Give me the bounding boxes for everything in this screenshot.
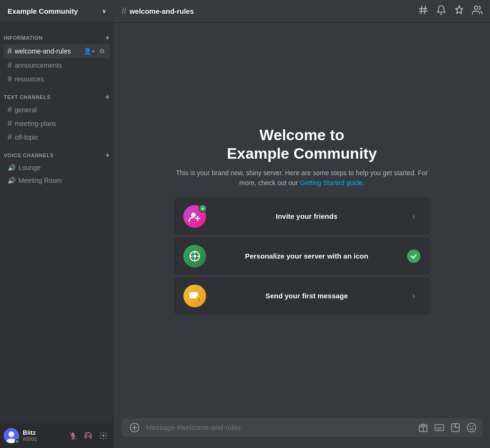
message-input-wrap: GIF bbox=[121, 418, 482, 437]
svg-point-15 bbox=[193, 255, 196, 258]
user-avatar-wrap bbox=[4, 428, 19, 443]
checklist-item-personalize[interactable]: Personalize your server with an icon bbox=[174, 237, 430, 275]
emoji-button[interactable] bbox=[466, 422, 477, 433]
speaker-icon: 🔊 bbox=[8, 164, 16, 171]
checklist-status-invite: › bbox=[407, 210, 420, 223]
hash-icon: # bbox=[8, 119, 12, 128]
welcome-title-line2: Example Community bbox=[174, 144, 430, 162]
channel-item-meeting-plans[interactable]: # meeting-plans bbox=[4, 117, 110, 130]
checklist-item-message[interactable]: :) Send your first message › bbox=[174, 277, 430, 315]
channel-item-off-topic[interactable]: # off-topic bbox=[4, 131, 110, 144]
category-add-voice-channels[interactable]: + bbox=[105, 152, 110, 159]
category-header-text-channels[interactable]: TEXT CHANNELS + bbox=[0, 93, 114, 103]
server-header[interactable]: Example Community ∨ bbox=[0, 0, 114, 23]
invite-icon: + bbox=[183, 205, 206, 228]
add-member-icon[interactable]: 👤+ bbox=[82, 46, 96, 56]
category-header-information[interactable]: INFORMATION + bbox=[0, 34, 114, 44]
checklist: + Invite your friends › bbox=[174, 197, 430, 315]
welcome-subtitle: This is your brand new, shiny server. He… bbox=[174, 168, 430, 188]
user-info: Biitz #0001 bbox=[23, 429, 66, 443]
gif-button[interactable]: GIF bbox=[434, 422, 445, 433]
channel-name-announcements: announcements bbox=[15, 62, 62, 69]
mute-button[interactable] bbox=[66, 429, 80, 442]
deafen-button[interactable] bbox=[82, 429, 95, 442]
message-input[interactable] bbox=[146, 418, 414, 437]
channel-item-lounge[interactable]: 🔊 Lounge bbox=[4, 161, 110, 174]
user-controls bbox=[66, 429, 110, 442]
checklist-label-invite: Invite your friends bbox=[214, 212, 399, 220]
channel-sidebar: Example Community ∨ INFORMATION + # welc… bbox=[0, 0, 114, 448]
checklist-status-personalize bbox=[407, 250, 420, 263]
sticker-button[interactable] bbox=[450, 422, 461, 433]
welcome-section: Welcome to Example Community This is you… bbox=[174, 126, 430, 315]
category-information: INFORMATION + # welcome-and-rules 👤+ ⚙ #… bbox=[0, 34, 114, 86]
welcome-title: Welcome to Example Community bbox=[174, 126, 430, 162]
category-label-information: INFORMATION bbox=[4, 35, 43, 41]
server-chevron-icon: ∨ bbox=[102, 8, 106, 15]
checklist-label-personalize: Personalize your server with an icon bbox=[214, 252, 399, 260]
server-name: Example Community bbox=[8, 7, 78, 15]
channel-list: INFORMATION + # welcome-and-rules 👤+ ⚙ #… bbox=[0, 23, 114, 423]
welcome-title-line1: Welcome to bbox=[174, 126, 430, 144]
svg-text::): :) bbox=[198, 297, 200, 301]
channel-header: # welcome-and-rules bbox=[114, 0, 490, 23]
message-input-area: GIF bbox=[114, 418, 490, 448]
checklist-item-invite[interactable]: + Invite your friends › bbox=[174, 197, 430, 235]
hash-icon: # bbox=[8, 106, 12, 114]
hash-icon: # bbox=[8, 75, 12, 83]
getting-started-link[interactable]: Getting Started guide. bbox=[300, 179, 364, 187]
user-settings-button[interactable] bbox=[97, 429, 110, 442]
svg-point-31 bbox=[454, 425, 455, 427]
user-status-dot bbox=[15, 439, 19, 444]
channel-name-meeting-plans: meeting-plans bbox=[15, 120, 56, 127]
svg-point-5 bbox=[102, 435, 105, 437]
category-add-information[interactable]: + bbox=[105, 34, 110, 42]
channel-name-resources: resources bbox=[15, 75, 44, 83]
svg-point-33 bbox=[470, 425, 471, 427]
notification-button[interactable] bbox=[436, 5, 446, 18]
channel-name-general: general bbox=[15, 106, 37, 114]
message-icon: :) bbox=[183, 285, 206, 307]
channel-item-general[interactable]: # general bbox=[4, 103, 110, 116]
category-label-voice-channels: VOICE CHANNELS bbox=[4, 152, 54, 158]
checklist-label-message: Send your first message bbox=[214, 292, 399, 300]
category-voice-channels: VOICE CHANNELS + 🔊 Lounge 🔊 Meeting Room bbox=[0, 152, 114, 187]
channel-item-resources[interactable]: # resources bbox=[4, 72, 110, 86]
channel-name-lounge: Lounge bbox=[18, 164, 41, 171]
category-add-text-channels[interactable]: + bbox=[105, 93, 110, 101]
channel-name-meeting-room: Meeting Room bbox=[18, 177, 62, 184]
svg-line-6 bbox=[421, 6, 422, 14]
svg-point-1 bbox=[9, 431, 14, 437]
hashtag-button[interactable] bbox=[418, 5, 428, 18]
chat-area: Welcome to Example Community This is you… bbox=[114, 23, 490, 418]
hash-icon: # bbox=[8, 47, 12, 55]
personalize-icon bbox=[183, 245, 206, 268]
message-tools: GIF bbox=[418, 422, 477, 433]
category-text-channels: TEXT CHANNELS + # general # meeting-plan… bbox=[0, 93, 114, 144]
main-content: # welcome-and-rules bbox=[114, 0, 490, 448]
category-label-text-channels: TEXT CHANNELS bbox=[4, 94, 51, 100]
channel-item-announcements[interactable]: # announcements bbox=[4, 59, 110, 72]
channel-item-welcome-and-rules[interactable]: # welcome-and-rules 👤+ ⚙ bbox=[4, 44, 110, 58]
svg-text:GIF: GIF bbox=[436, 426, 443, 430]
hash-icon: # bbox=[8, 133, 12, 142]
invite-badge: + bbox=[199, 204, 207, 213]
members-button[interactable] bbox=[472, 5, 482, 18]
channel-actions-welcome: 👤+ ⚙ bbox=[82, 46, 106, 56]
svg-point-34 bbox=[472, 425, 473, 427]
header-hash-icon: # bbox=[121, 6, 127, 17]
svg-point-11 bbox=[191, 213, 196, 217]
settings-icon[interactable]: ⚙ bbox=[98, 46, 106, 56]
channel-item-meeting-room[interactable]: 🔊 Meeting Room bbox=[4, 174, 110, 187]
gift-button[interactable] bbox=[418, 422, 428, 433]
header-actions bbox=[418, 5, 482, 18]
channel-header-name: # welcome-and-rules bbox=[121, 6, 194, 17]
svg-point-10 bbox=[474, 6, 478, 9]
svg-line-7 bbox=[425, 6, 426, 14]
user-panel: Biitz #0001 bbox=[0, 423, 114, 448]
checklist-status-message: › bbox=[407, 289, 420, 303]
message-add-button[interactable] bbox=[127, 420, 142, 435]
svg-point-32 bbox=[467, 423, 476, 431]
category-header-voice-channels[interactable]: VOICE CHANNELS + bbox=[0, 152, 114, 161]
pin-button[interactable] bbox=[454, 5, 464, 18]
